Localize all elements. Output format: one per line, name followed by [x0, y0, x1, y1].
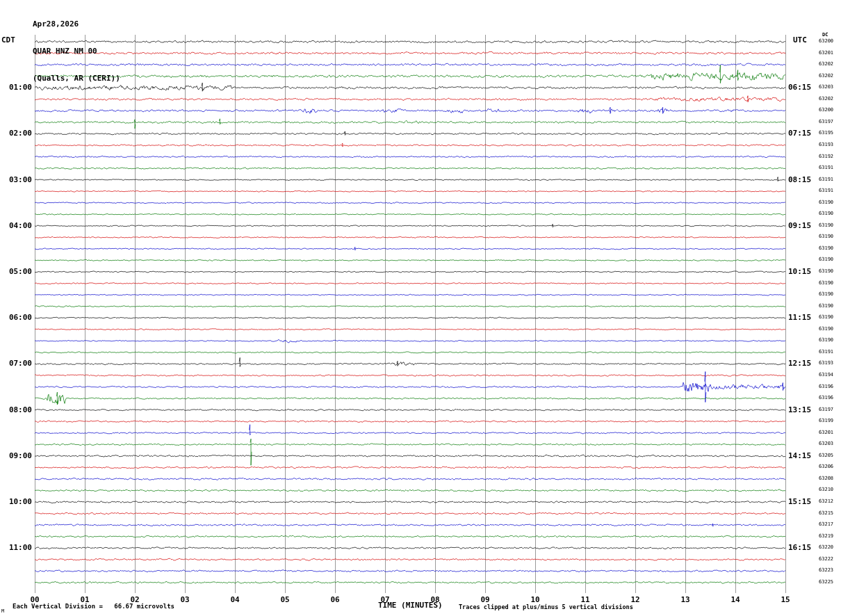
header-station: QUAR HNZ NM 00: [33, 47, 120, 56]
dc-value: 63193: [819, 143, 833, 147]
dc-value: 63190: [819, 304, 833, 309]
dc-value: 63192: [819, 154, 833, 159]
dc-value: 63190: [819, 292, 833, 297]
x-tick-label: 05: [277, 595, 293, 604]
right-hour-label: 13:15: [788, 405, 816, 414]
dc-value: 63191: [819, 188, 833, 193]
left-hour-label: 08:00: [4, 405, 32, 414]
clipping-note: Traces clipped at plus/minus 5 vertical …: [459, 603, 633, 610]
x-tick-label: 08: [427, 595, 443, 604]
dc-value: 63201: [819, 51, 833, 56]
dc-value: 63191: [819, 350, 833, 355]
dc-value: 63191: [819, 165, 833, 170]
dc-value: 63190: [819, 269, 833, 274]
seismogram-canvas: [0, 0, 841, 616]
left-hour-label: 07:00: [4, 359, 32, 368]
x-tick-label: 00: [26, 595, 43, 604]
dc-value: 63222: [819, 557, 833, 562]
dc-value: 63203: [819, 85, 833, 90]
right-hour-label: 15:15: [788, 497, 816, 506]
left-hour-label: 04:00: [4, 221, 32, 230]
left-hour-label: 03:00: [4, 175, 32, 184]
right-hour-label: 07:15: [788, 129, 816, 138]
right-hour-label: 08:15: [788, 175, 816, 184]
dc-value: 63195: [819, 131, 833, 136]
dc-value: 63190: [819, 223, 833, 228]
x-tick-label: 10: [527, 595, 544, 604]
x-tick-label: 01: [76, 595, 93, 604]
dc-value: 63190: [819, 315, 833, 320]
dc-value: 63190: [819, 200, 833, 205]
dc-value: 63202: [819, 62, 833, 67]
dc-value: 63208: [819, 476, 833, 481]
dc-value: 63215: [819, 511, 833, 516]
header-location: (Qualls, AR (CERI)): [33, 74, 120, 83]
x-tick-label: 13: [677, 595, 694, 604]
dc-value: 63220: [819, 545, 833, 550]
header: Apr28,2026 QUAR HNZ NM 00 (Qualls, AR (C…: [33, 1, 120, 101]
dc-value: 63193: [819, 361, 833, 366]
right-hour-label: 12:15: [788, 359, 816, 368]
dc-value: 63212: [819, 499, 833, 504]
dc-value: 63225: [819, 580, 833, 585]
right-hour-label: 09:15: [788, 221, 816, 230]
dc-value: 63190: [819, 246, 833, 251]
left-hour-label: 01:00: [4, 83, 32, 92]
dc-value: 63190: [819, 211, 833, 216]
dc-value: 63190: [819, 327, 833, 332]
left-hour-label: 10:00: [4, 497, 32, 506]
x-tick-label: 12: [627, 595, 644, 604]
dc-value: 63196: [819, 384, 833, 389]
left-hour-label: 06:00: [4, 313, 32, 322]
left-timezone-label: CDT: [1, 35, 15, 44]
dc-value: 63201: [819, 430, 833, 435]
dc-value: 63191: [819, 177, 833, 182]
dc-value: 63200: [819, 39, 833, 44]
dc-value: 63217: [819, 522, 833, 527]
x-tick-label: 07: [377, 595, 393, 604]
dc-value: 63190: [819, 234, 833, 239]
x-tick-label: 06: [327, 595, 343, 604]
left-hour-label: 11:00: [4, 543, 32, 552]
header-date: Apr28,2026: [33, 19, 120, 29]
dc-value: 63190: [819, 257, 833, 262]
x-tick-label: 14: [727, 595, 744, 604]
dc-value: 63190: [819, 338, 833, 343]
dc-value: 63196: [819, 396, 833, 400]
left-hour-label: 02:00: [4, 129, 32, 138]
dc-value: 63197: [819, 120, 833, 124]
dc-column-header: DC: [822, 32, 828, 38]
dc-value: 63223: [819, 568, 833, 573]
right-hour-label: 10:15: [788, 267, 816, 276]
corner-mark: M: [1, 608, 4, 614]
dc-value: 63190: [819, 281, 833, 286]
x-tick-label: 15: [777, 595, 794, 604]
dc-value: 63197: [819, 407, 833, 412]
dc-value: 63203: [819, 441, 833, 446]
dc-value: 63194: [819, 373, 833, 378]
x-tick-label: 11: [577, 595, 594, 604]
x-tick-label: 03: [177, 595, 193, 604]
right-hour-label: 11:15: [788, 313, 816, 322]
dc-value: 63210: [819, 487, 833, 492]
left-hour-label: 09:00: [4, 451, 32, 460]
x-tick-label: 02: [126, 595, 143, 604]
dc-value: 63206: [819, 464, 833, 469]
dc-value: 63202: [819, 74, 833, 79]
dc-value: 63202: [819, 97, 833, 102]
helicorder-screen: Apr28,2026 QUAR HNZ NM 00 (Qualls, AR (C…: [0, 0, 841, 616]
dc-value: 63219: [819, 534, 833, 539]
dc-value: 63199: [819, 419, 833, 423]
right-hour-label: 06:15: [788, 83, 816, 92]
dc-value: 63200: [819, 108, 833, 113]
dc-value: 63205: [819, 453, 833, 458]
right-timezone-label: UTC: [793, 35, 807, 44]
x-tick-label: 09: [477, 595, 493, 604]
left-hour-label: 05:00: [4, 267, 32, 276]
x-tick-label: 04: [227, 595, 243, 604]
right-hour-label: 14:15: [788, 451, 816, 460]
right-hour-label: 16:15: [788, 543, 816, 552]
